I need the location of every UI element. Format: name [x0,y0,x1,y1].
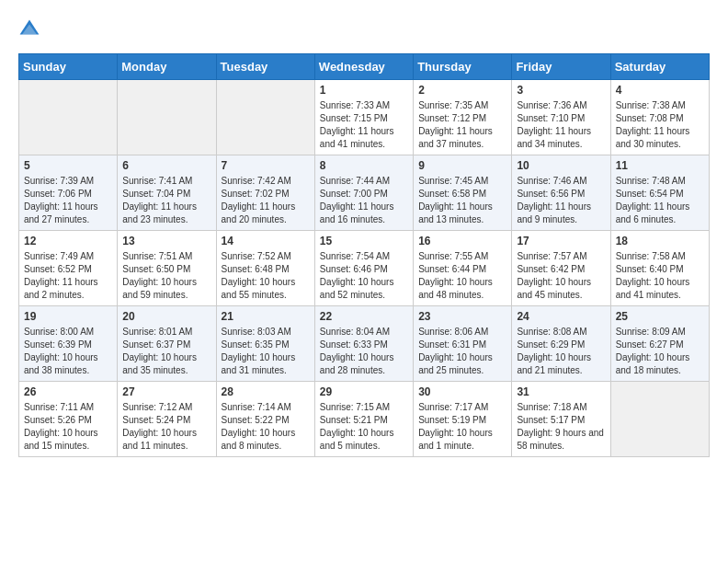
calendar-table: SundayMondayTuesdayWednesdayThursdayFrid… [18,53,710,457]
calendar-cell: 12Sunrise: 7:49 AMSunset: 6:52 PMDayligh… [19,231,118,306]
day-number: 24 [517,310,605,323]
day-number: 31 [517,385,605,398]
day-of-week-header: Saturday [610,54,709,80]
day-info: Sunrise: 7:46 AMSunset: 6:56 PMDaylight:… [517,175,605,226]
day-info: Sunrise: 7:14 AMSunset: 5:22 PMDaylight:… [222,401,310,453]
calendar-cell: 18Sunrise: 7:58 AMSunset: 6:40 PMDayligh… [610,231,709,306]
calendar-cell: 25Sunrise: 8:09 AMSunset: 6:27 PMDayligh… [610,306,709,382]
calendar-cell: 17Sunrise: 7:57 AMSunset: 6:42 PMDayligh… [512,231,610,306]
day-info: Sunrise: 7:51 AMSunset: 6:50 PMDaylight:… [122,250,210,302]
calendar-cell [19,80,118,155]
calendar-cell: 8Sunrise: 7:44 AMSunset: 7:00 PMDaylight… [314,155,413,231]
day-of-week-header: Wednesday [314,54,413,80]
calendar-cell: 10Sunrise: 7:46 AMSunset: 6:56 PMDayligh… [512,155,610,231]
day-info: Sunrise: 7:12 AMSunset: 5:24 PMDaylight:… [122,401,210,453]
day-number: 13 [122,235,210,247]
day-info: Sunrise: 7:55 AMSunset: 6:44 PMDaylight:… [418,250,506,302]
day-info: Sunrise: 7:33 AMSunset: 7:15 PMDaylight:… [320,99,408,151]
day-number: 19 [24,310,112,323]
day-number: 12 [24,235,112,247]
day-number: 17 [517,235,605,247]
calendar-cell: 6Sunrise: 7:41 AMSunset: 7:04 PMDaylight… [118,155,216,231]
day-info: Sunrise: 7:45 AMSunset: 6:58 PMDaylight:… [418,175,506,226]
day-of-week-header: Monday [118,54,216,80]
day-info: Sunrise: 7:41 AMSunset: 7:04 PMDaylight:… [122,175,210,226]
day-info: Sunrise: 8:08 AMSunset: 6:29 PMDaylight:… [517,326,605,377]
day-info: Sunrise: 7:17 AMSunset: 5:19 PMDaylight:… [418,401,506,453]
calendar-cell: 27Sunrise: 7:12 AMSunset: 5:24 PMDayligh… [118,382,216,457]
day-number: 22 [320,310,408,323]
day-number: 26 [24,385,112,398]
calendar-cell: 4Sunrise: 7:38 AMSunset: 7:08 PMDaylight… [610,80,709,155]
day-info: Sunrise: 7:15 AMSunset: 5:21 PMDaylight:… [320,401,408,453]
calendar-cell: 15Sunrise: 7:54 AMSunset: 6:46 PMDayligh… [314,231,413,306]
day-info: Sunrise: 7:42 AMSunset: 7:02 PMDaylight:… [222,175,310,226]
calendar-cell: 16Sunrise: 7:55 AMSunset: 6:44 PMDayligh… [414,231,512,306]
calendar-week-row: 5Sunrise: 7:39 AMSunset: 7:06 PMDaylight… [19,155,710,231]
day-number: 25 [616,310,704,323]
calendar-cell: 2Sunrise: 7:35 AMSunset: 7:12 PMDaylight… [414,80,512,155]
day-info: Sunrise: 7:11 AMSunset: 5:26 PMDaylight:… [24,401,112,453]
calendar-week-row: 12Sunrise: 7:49 AMSunset: 6:52 PMDayligh… [19,231,710,306]
calendar-cell: 21Sunrise: 8:03 AMSunset: 6:35 PMDayligh… [216,306,314,382]
calendar-cell: 14Sunrise: 7:52 AMSunset: 6:48 PMDayligh… [216,231,314,306]
day-number: 14 [222,235,310,247]
calendar-cell: 24Sunrise: 8:08 AMSunset: 6:29 PMDayligh… [512,306,610,382]
day-number: 29 [320,385,408,398]
calendar-cell: 30Sunrise: 7:17 AMSunset: 5:19 PMDayligh… [414,382,512,457]
day-info: Sunrise: 8:06 AMSunset: 6:31 PMDaylight:… [418,326,506,377]
calendar-cell: 31Sunrise: 7:18 AMSunset: 5:17 PMDayligh… [512,382,610,457]
calendar-cell: 11Sunrise: 7:48 AMSunset: 6:54 PMDayligh… [610,155,709,231]
logo-icon [18,18,40,40]
day-number: 10 [517,159,605,172]
day-of-week-header: Thursday [414,54,512,80]
calendar-cell: 23Sunrise: 8:06 AMSunset: 6:31 PMDayligh… [414,306,512,382]
calendar-cell: 19Sunrise: 8:00 AMSunset: 6:39 PMDayligh… [19,306,118,382]
day-of-week-header: Friday [512,54,610,80]
day-info: Sunrise: 7:18 AMSunset: 5:17 PMDaylight:… [517,401,605,453]
day-number: 16 [418,235,506,247]
calendar-week-row: 26Sunrise: 7:11 AMSunset: 5:26 PMDayligh… [19,382,710,457]
day-info: Sunrise: 7:54 AMSunset: 6:46 PMDaylight:… [320,250,408,302]
calendar-cell: 29Sunrise: 7:15 AMSunset: 5:21 PMDayligh… [314,382,413,457]
day-info: Sunrise: 7:35 AMSunset: 7:12 PMDaylight:… [418,99,506,151]
day-info: Sunrise: 7:39 AMSunset: 7:06 PMDaylight:… [24,175,112,226]
day-info: Sunrise: 7:58 AMSunset: 6:40 PMDaylight:… [616,250,704,302]
day-number: 2 [418,84,506,97]
day-number: 28 [222,385,310,398]
day-number: 20 [122,310,210,323]
calendar-header-row: SundayMondayTuesdayWednesdayThursdayFrid… [19,54,710,80]
day-number: 9 [418,159,506,172]
day-number: 18 [616,235,704,247]
day-number: 7 [222,159,310,172]
calendar-cell: 26Sunrise: 7:11 AMSunset: 5:26 PMDayligh… [19,382,118,457]
day-number: 11 [616,159,704,172]
calendar-cell: 13Sunrise: 7:51 AMSunset: 6:50 PMDayligh… [118,231,216,306]
day-info: Sunrise: 7:52 AMSunset: 6:48 PMDaylight:… [222,250,310,302]
day-info: Sunrise: 7:38 AMSunset: 7:08 PMDaylight:… [616,99,704,151]
calendar-cell: 28Sunrise: 7:14 AMSunset: 5:22 PMDayligh… [216,382,314,457]
day-number: 30 [418,385,506,398]
day-info: Sunrise: 7:49 AMSunset: 6:52 PMDaylight:… [24,250,112,302]
calendar-cell [118,80,216,155]
day-number: 15 [320,235,408,247]
day-info: Sunrise: 8:00 AMSunset: 6:39 PMDaylight:… [24,326,112,377]
calendar-cell: 1Sunrise: 7:33 AMSunset: 7:15 PMDaylight… [314,80,413,155]
day-number: 27 [122,385,210,398]
day-number: 6 [122,159,210,172]
day-number: 21 [222,310,310,323]
day-number: 8 [320,159,408,172]
day-info: Sunrise: 7:36 AMSunset: 7:10 PMDaylight:… [517,99,605,151]
page-header [18,18,710,44]
calendar-cell: 9Sunrise: 7:45 AMSunset: 6:58 PMDaylight… [414,155,512,231]
day-number: 5 [24,159,112,172]
logo [18,18,44,44]
day-of-week-header: Tuesday [216,54,314,80]
day-number: 4 [616,84,704,97]
calendar-cell: 5Sunrise: 7:39 AMSunset: 7:06 PMDaylight… [19,155,118,231]
day-info: Sunrise: 8:03 AMSunset: 6:35 PMDaylight:… [222,326,310,377]
calendar-week-row: 1Sunrise: 7:33 AMSunset: 7:15 PMDaylight… [19,80,710,155]
calendar-cell: 20Sunrise: 8:01 AMSunset: 6:37 PMDayligh… [118,306,216,382]
calendar-cell: 22Sunrise: 8:04 AMSunset: 6:33 PMDayligh… [314,306,413,382]
day-number: 3 [517,84,605,97]
